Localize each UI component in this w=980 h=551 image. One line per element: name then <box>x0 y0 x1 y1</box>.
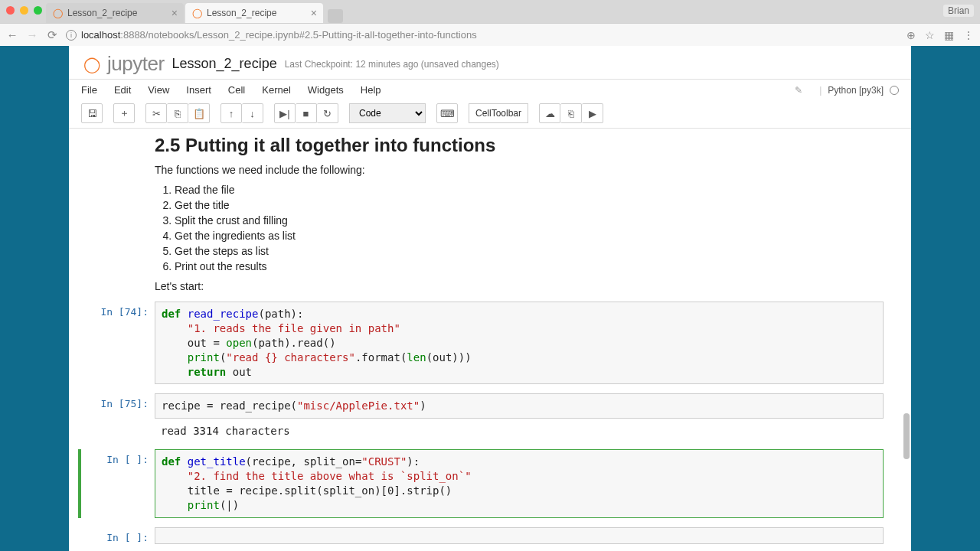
notebook-header: ◯ jupyter Lesson_2_recipe Last Checkpoin… <box>69 46 911 80</box>
window-controls <box>6 6 42 15</box>
code-input[interactable]: def read_recipe(path): "1. reads the fil… <box>155 302 884 384</box>
close-tab-icon[interactable]: × <box>311 7 317 19</box>
jupyter-logo[interactable]: ◯ jupyter <box>81 52 165 76</box>
kernel-indicator[interactable]: | Python [py3k] <box>819 85 899 96</box>
code-cell[interactable]: In [ ]: <box>81 527 899 544</box>
scrollbar[interactable] <box>902 92 910 543</box>
menu-file[interactable]: File <box>81 84 97 96</box>
jupyter-logo-text: jupyter <box>107 52 165 76</box>
close-window-button[interactable] <box>6 6 15 15</box>
zoom-icon[interactable]: ⊕ <box>906 29 916 41</box>
youtube-button[interactable]: ▶ <box>582 103 603 123</box>
profile-chip[interactable]: Brian <box>943 5 974 17</box>
kernel-name: Python [py3k] <box>828 85 884 96</box>
gift-button[interactable]: ⎗ <box>560 103 582 123</box>
list-item: Print out the results <box>175 259 884 274</box>
tab-strip: ◯ Lesson_2_recipe × ◯ Lesson_2_recipe × … <box>0 0 980 23</box>
toolbar: 🖫 ＋ ✂ ⎘ 📋 ↑ ↓ ▶| ■ ↻ Code ⌨ CellToolbar … <box>69 100 911 129</box>
menu-cell[interactable]: Cell <box>228 84 245 96</box>
paste-button[interactable]: 📋 <box>188 103 210 123</box>
run-button[interactable]: ▶| <box>274 103 296 123</box>
code-cell[interactable]: In [75]: recipe = read_recipe("misc/Appl… <box>81 393 899 419</box>
notebook-title[interactable]: Lesson_2_recipe <box>172 56 277 72</box>
menu-view[interactable]: View <box>148 84 169 96</box>
input-prompt: In [75]: <box>81 393 155 419</box>
list-item: Read the file <box>175 182 884 197</box>
steps-list: Read the file Get the title Split the cr… <box>175 182 884 274</box>
input-prompt: In [74]: <box>81 302 155 384</box>
menu-help[interactable]: Help <box>361 84 381 96</box>
tab-title: Lesson_2_recipe <box>207 8 276 18</box>
menu-icon[interactable]: ⋮ <box>963 29 974 41</box>
menu-kernel[interactable]: Kernel <box>262 84 291 96</box>
menu-widgets[interactable]: Widgets <box>308 84 344 96</box>
command-palette-button[interactable]: ⌨ <box>436 103 458 123</box>
back-button[interactable]: ← <box>6 28 18 41</box>
browser-chrome: ◯ Lesson_2_recipe × ◯ Lesson_2_recipe × … <box>0 0 980 46</box>
cell-type-select[interactable]: Code <box>349 103 426 123</box>
code-cell[interactable]: In [74]: def read_recipe(path): "1. read… <box>81 302 899 384</box>
insert-cell-button[interactable]: ＋ <box>113 103 135 123</box>
list-item: Split the crust and filling <box>175 213 884 228</box>
url-path: :8888/notebooks/Lesson_2_recipe.ipynb#2.… <box>120 29 476 41</box>
new-tab-button[interactable] <box>328 9 343 23</box>
notebook-body: 2.5 Putting it all together into functio… <box>69 129 911 551</box>
copy-button[interactable]: ⎘ <box>167 103 188 123</box>
jupyter-icon: ◯ <box>191 8 202 18</box>
code-input[interactable] <box>155 527 884 544</box>
cloud-upload-button[interactable]: ☁ <box>539 103 560 123</box>
input-prompt: In [ ]: <box>81 527 155 544</box>
code-input[interactable]: recipe = read_recipe("misc/ApplePie.txt"… <box>155 393 884 419</box>
menu-insert[interactable]: Insert <box>186 84 211 96</box>
edit-icon[interactable]: ✎ <box>795 85 802 96</box>
lets-start: Let's start: <box>155 280 884 292</box>
close-tab-icon[interactable]: × <box>172 7 178 19</box>
output-text: read 3314 characters <box>155 422 899 440</box>
extensions-icon[interactable]: ▦ <box>944 29 954 41</box>
bookmark-icon[interactable]: ☆ <box>925 29 935 41</box>
checkpoint-status: Last Checkpoint: 12 minutes ago (unsaved… <box>285 59 499 70</box>
browser-tab-active[interactable]: ◯ Lesson_2_recipe × <box>185 3 323 23</box>
reload-button[interactable]: ⟳ <box>46 28 58 42</box>
restart-button[interactable]: ↻ <box>317 103 338 123</box>
code-input[interactable]: def get_title(recipe, split_on="CRUST"):… <box>155 449 884 518</box>
scrollbar-thumb[interactable] <box>903 413 910 459</box>
maximize-window-button[interactable] <box>34 6 42 15</box>
move-up-button[interactable]: ↑ <box>220 103 242 123</box>
site-info-icon[interactable]: i <box>66 30 77 41</box>
save-button[interactable]: 🖫 <box>81 103 103 123</box>
celltoolbar-button[interactable]: CellToolbar <box>469 103 528 123</box>
address-bar: ← → ⟳ i localhost:8888/notebooks/Lesson_… <box>0 23 980 46</box>
url-input[interactable]: i localhost:8888/notebooks/Lesson_2_reci… <box>66 29 899 41</box>
jupyter-icon: ◯ <box>81 54 103 75</box>
code-cell-selected[interactable]: In [ ]: def get_title(recipe, split_on="… <box>78 449 899 518</box>
list-item: Get the steps as list <box>175 243 884 259</box>
input-prompt: In [ ]: <box>81 449 155 518</box>
list-item: Get the title <box>175 197 884 213</box>
output-row: read 3314 characters <box>81 422 899 440</box>
url-host: localhost <box>81 29 120 41</box>
forward-button[interactable]: → <box>26 28 38 41</box>
list-item: Get the ingredients as list <box>175 228 884 243</box>
kernel-status-icon <box>890 86 899 95</box>
jupyter-icon: ◯ <box>52 8 63 18</box>
notebook-page: ◯ jupyter Lesson_2_recipe Last Checkpoin… <box>69 46 911 551</box>
minimize-window-button[interactable] <box>20 6 28 15</box>
section-heading: 2.5 Putting it all together into functio… <box>155 135 884 156</box>
stop-button[interactable]: ■ <box>296 103 317 123</box>
intro-text: The functions we need include the follow… <box>155 164 884 176</box>
move-down-button[interactable]: ↓ <box>242 103 263 123</box>
cut-button[interactable]: ✂ <box>145 103 167 123</box>
markdown-cell[interactable]: 2.5 Putting it all together into functio… <box>155 135 884 292</box>
menu-edit[interactable]: Edit <box>114 84 131 96</box>
tab-title: Lesson_2_recipe <box>67 8 137 18</box>
browser-tab[interactable]: ◯ Lesson_2_recipe × <box>46 3 184 23</box>
menu-bar: File Edit View Insert Cell Kernel Widget… <box>69 80 911 100</box>
